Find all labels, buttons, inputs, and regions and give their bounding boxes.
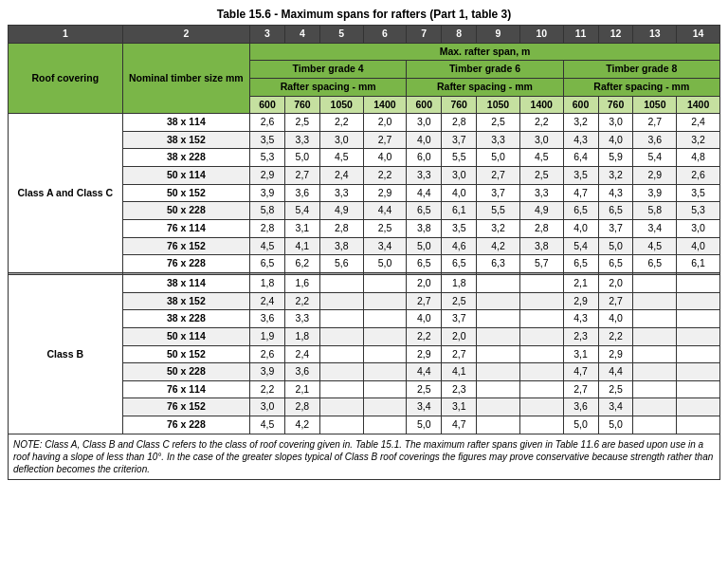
g6-value-cell: 3,5 [442, 220, 477, 238]
g8-value-cell: 5,4 [633, 149, 677, 167]
rafter-spacing-6-header: Rafter spacing - mm [407, 78, 563, 96]
g6-value-cell: 4,7 [442, 416, 477, 434]
g4-value-cell [363, 398, 407, 416]
g4-value-cell: 2,8 [319, 220, 363, 238]
g8-value-cell [633, 363, 677, 381]
g6-value-cell [477, 292, 520, 310]
col-num-6: 6 [363, 26, 407, 44]
g8-value-cell: 4,8 [677, 149, 720, 167]
group-label: Class B [9, 274, 123, 434]
g8-value-cell: 4,7 [563, 184, 598, 202]
g6-value-cell: 2,5 [442, 292, 477, 310]
g8-value-cell [677, 292, 720, 310]
g4-value-cell: 4,4 [363, 202, 407, 220]
g4-value-cell: 3,6 [284, 363, 319, 381]
g6-value-cell: 6,0 [407, 149, 442, 167]
g8-value-cell [633, 345, 677, 363]
g6-value-cell [519, 380, 563, 398]
g4-value-cell [363, 274, 407, 292]
g6-value-cell [477, 416, 520, 434]
g4-value-cell [363, 380, 407, 398]
g4-value-cell: 2,2 [250, 380, 285, 398]
g4-value-cell: 2,2 [363, 167, 407, 185]
g8-value-cell: 4,7 [563, 363, 598, 381]
g8-value-cell: 2,6 [677, 167, 720, 185]
g6-value-cell: 2,0 [442, 327, 477, 345]
g6-value-cell: 4,4 [407, 363, 442, 381]
g6-value-cell: 2,0 [407, 274, 442, 292]
grade4-header: Timber grade 4 [250, 61, 407, 79]
g8-value-cell: 3,2 [598, 167, 633, 185]
g6-value-cell: 1,8 [442, 274, 477, 292]
g6-value-cell: 3,3 [407, 167, 442, 185]
g6-value-cell [477, 274, 520, 292]
g6-value-cell: 5,0 [477, 149, 520, 167]
g6-value-cell [477, 310, 520, 328]
g8-value-cell: 2,9 [563, 292, 598, 310]
g4-value-cell: 3,0 [250, 398, 285, 416]
g8-value-cell: 6,1 [677, 255, 720, 273]
g6-value-cell [519, 416, 563, 434]
g8-value-cell: 5,0 [563, 416, 598, 434]
g8-value-cell: 3,7 [598, 220, 633, 238]
g6-value-cell: 3,3 [519, 184, 563, 202]
g8-value-cell: 4,0 [598, 310, 633, 328]
spacing-1050-g4: 1050 [319, 96, 363, 114]
g4-value-cell: 4,1 [284, 237, 319, 255]
g8-value-cell: 3,2 [677, 131, 720, 149]
g4-value-cell: 2,0 [363, 114, 407, 132]
g6-value-cell: 6,5 [407, 202, 442, 220]
g6-value-cell: 2,7 [477, 167, 520, 185]
col-num-1: 1 [9, 26, 123, 44]
g6-value-cell: 3,7 [442, 310, 477, 328]
g4-value-cell: 3,6 [250, 310, 285, 328]
g6-value-cell [477, 345, 520, 363]
g8-value-cell: 6,5 [563, 255, 598, 273]
g8-value-cell: 3,2 [563, 114, 598, 132]
g8-value-cell: 4,4 [598, 363, 633, 381]
g4-value-cell: 3,6 [284, 184, 319, 202]
g4-value-cell: 2,7 [363, 131, 407, 149]
g4-value-cell: 4,5 [250, 416, 285, 434]
g8-value-cell: 4,3 [598, 184, 633, 202]
timber-size-cell: 50 x 114 [122, 327, 249, 345]
g4-value-cell: 6,2 [284, 255, 319, 273]
g8-value-cell [677, 345, 720, 363]
note-cell: NOTE: Class A, Class B and Class C refer… [9, 434, 720, 479]
g6-value-cell: 4,4 [407, 184, 442, 202]
g6-value-cell: 4,1 [442, 363, 477, 381]
g4-value-cell: 5,3 [250, 149, 285, 167]
g8-value-cell: 3,5 [563, 167, 598, 185]
g4-value-cell: 3,1 [284, 220, 319, 238]
g8-value-cell [633, 292, 677, 310]
g8-value-cell [677, 363, 720, 381]
g8-value-cell: 6,5 [598, 202, 633, 220]
g8-value-cell: 4,0 [598, 131, 633, 149]
g8-value-cell: 2,3 [563, 327, 598, 345]
spacing-760-g6: 760 [442, 96, 477, 114]
g6-value-cell: 6,1 [442, 202, 477, 220]
g6-value-cell [519, 398, 563, 416]
g4-value-cell [319, 416, 363, 434]
timber-size-cell: 50 x 228 [122, 202, 249, 220]
g6-value-cell: 3,1 [442, 398, 477, 416]
g4-value-cell: 2,9 [250, 167, 285, 185]
g4-value-cell: 3,0 [319, 131, 363, 149]
g4-value-cell: 3,8 [319, 237, 363, 255]
g6-value-cell [519, 363, 563, 381]
timber-size-cell: 38 x 152 [122, 292, 249, 310]
table-row: Class B38 x 1141,81,62,01,82,12,0 [9, 274, 720, 292]
g8-value-cell: 5,3 [677, 202, 720, 220]
g4-value-cell: 1,9 [250, 327, 285, 345]
g6-value-cell [519, 292, 563, 310]
g6-value-cell: 2,5 [407, 380, 442, 398]
g4-value-cell [319, 345, 363, 363]
col-num-14: 14 [677, 26, 720, 44]
g6-value-cell [519, 327, 563, 345]
g6-value-cell: 3,8 [519, 237, 563, 255]
timber-size-cell: 76 x 152 [122, 398, 249, 416]
g8-value-cell [633, 274, 677, 292]
roof-covering-header: Roof covering [9, 43, 123, 114]
col-num-10: 10 [519, 26, 563, 44]
g8-value-cell: 6,5 [563, 202, 598, 220]
